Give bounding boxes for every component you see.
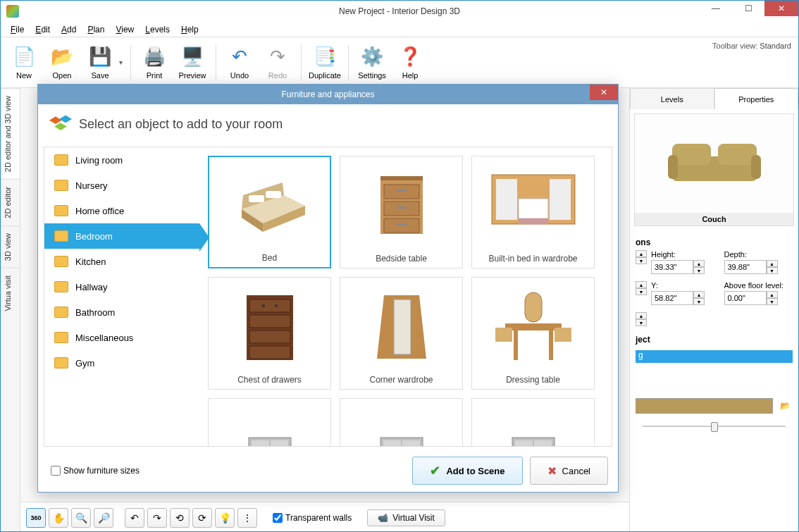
spinner[interactable]: ▲▼ — [767, 291, 778, 305]
category-bedroom[interactable]: Bedroom — [44, 223, 199, 249]
close-button[interactable]: ✕ — [764, 1, 798, 16]
svg-rect-37 — [505, 323, 562, 330]
svg-rect-41 — [495, 328, 512, 342]
category-nursery[interactable]: Nursery — [44, 173, 199, 198]
category-bathroom[interactable]: Bathroom — [44, 299, 199, 325]
print-icon: 🖨️ — [143, 46, 166, 68]
svg-marker-6 — [59, 116, 72, 123]
svg-rect-12 — [249, 195, 264, 202]
y-input[interactable] — [651, 291, 693, 305]
save-button[interactable]: 💾Save — [81, 40, 119, 85]
svg-rect-49 — [515, 440, 533, 446]
help-button[interactable]: ❓Help — [391, 40, 429, 85]
light-button[interactable]: 💡 — [215, 508, 235, 528]
furniture-item-dressing-table[interactable]: Dressing table — [471, 277, 595, 390]
tab-2d[interactable]: 2D editor — [1, 179, 20, 225]
above-label: Above floor level: — [724, 281, 793, 290]
height-input[interactable] — [651, 260, 693, 274]
furniture-item-chest-of-drawers[interactable]: Chest of drawers — [208, 277, 331, 390]
slider-thumb[interactable] — [711, 422, 718, 432]
dialog-titlebar: Furniture and appliances ✕ — [38, 85, 618, 104]
settings-button[interactable]: ⚙️Settings — [353, 40, 391, 85]
tab-properties[interactable]: Properties — [714, 88, 799, 109]
preview-name: Couch — [635, 213, 793, 225]
spinner[interactable]: ▲▼ — [636, 312, 647, 326]
above-input[interactable] — [724, 291, 767, 305]
preview-button[interactable]: 🖥️Preview — [173, 40, 211, 85]
menu-add[interactable]: Add — [56, 23, 82, 36]
svg-rect-4 — [751, 155, 761, 179]
object-select-row[interactable]: g — [636, 350, 793, 363]
spinner[interactable]: ▲▼ — [767, 260, 778, 274]
spinner[interactable]: ▲▼ — [636, 250, 647, 274]
cabinet2-icon — [345, 403, 458, 446]
scale-slider[interactable] — [643, 421, 786, 432]
more-button[interactable]: ⋮ — [237, 508, 257, 528]
spinner[interactable]: ▲▼ — [693, 291, 705, 305]
menu-help[interactable]: Help — [175, 23, 204, 36]
orbit-right-button[interactable]: ⟳ — [192, 508, 212, 528]
furniture-item-corner-wardrobe[interactable]: Corner wardrobe — [340, 277, 463, 390]
svg-rect-20 — [397, 206, 407, 209]
rotate-left-button[interactable]: ↶ — [125, 508, 144, 528]
add-to-scene-button[interactable]: ✔ Add to Scene — [412, 457, 522, 485]
material-swatch[interactable] — [636, 398, 773, 414]
menu-edit[interactable]: Edit — [30, 23, 56, 36]
svg-rect-29 — [249, 315, 290, 328]
furniture-item-bedside-table[interactable]: Bedside table — [340, 156, 463, 268]
maximize-button[interactable]: ☐ — [732, 1, 764, 16]
category-hallway[interactable]: Hallway — [44, 274, 199, 299]
open-button[interactable]: 📂Open — [43, 40, 81, 85]
furniture-item-built-in-bed-in-wardrobe[interactable]: Built-in bed in wardrobe — [471, 156, 595, 268]
cancel-button[interactable]: ✖ Cancel — [530, 457, 608, 485]
virtual-visit-button[interactable]: 📹Virtual Visit — [367, 509, 445, 526]
toolbar-view-link[interactable]: Standard — [760, 42, 791, 50]
undo-button[interactable]: ↶Undo — [221, 40, 259, 85]
category-miscellaneous[interactable]: Miscellaneous — [44, 325, 199, 350]
spinner[interactable]: ▲▼ — [636, 281, 647, 305]
redo-button[interactable]: ↷Redo — [259, 40, 297, 85]
minimize-button[interactable]: — — [700, 1, 732, 16]
toolbar-separator — [130, 45, 131, 80]
toolbar-separator — [301, 45, 302, 80]
menu-view[interactable]: View — [110, 23, 140, 36]
save-dropdown[interactable]: ▾ — [119, 58, 126, 66]
duplicate-button[interactable]: 📑Duplicate — [306, 40, 344, 85]
furniture-item-cabinet1[interactable] — [208, 398, 331, 446]
item-grid[interactable]: BedBedside tableBuilt-in bed in wardrobe… — [199, 147, 612, 446]
category-gym[interactable]: Gym — [44, 350, 199, 376]
window-controls: — ☐ ✕ — [700, 1, 798, 16]
show-sizes-checkbox[interactable]: Show furniture sizes — [51, 466, 140, 476]
tab-2d-3d[interactable]: 2D editor and 3D view — [1, 88, 20, 179]
category-home-office[interactable]: Home office — [44, 198, 199, 223]
menu-file[interactable]: File — [5, 23, 30, 36]
new-button[interactable]: 📄New — [5, 40, 43, 85]
zoom-out-button[interactable]: 🔍 — [71, 508, 91, 528]
svg-rect-19 — [397, 190, 407, 192]
tab-levels[interactable]: Levels — [630, 88, 714, 109]
folder-icon — [54, 154, 68, 166]
spinner[interactable]: ▲▼ — [693, 260, 705, 274]
rotate-right-button[interactable]: ↷ — [147, 508, 167, 528]
category-kitchen[interactable]: Kitchen — [44, 249, 199, 274]
browse-material-button[interactable]: 📂 — [777, 400, 793, 412]
print-button[interactable]: 🖨️Print — [135, 40, 173, 85]
transparent-walls-checkbox[interactable]: Transparent walls — [273, 513, 352, 523]
dimensions-section: ons ▲▼ Height: ▲▼ Depth: ▲▼ ▲▼ Y: ▲▼ — [630, 230, 798, 438]
furniture-item-cabinet2[interactable] — [340, 398, 463, 446]
depth-input[interactable] — [724, 260, 767, 274]
svg-rect-26 — [519, 218, 548, 224]
category-living-room[interactable]: Living room — [44, 147, 199, 173]
tab-visit[interactable]: Virtua visit — [1, 268, 20, 318]
view-360-button[interactable]: 360 — [26, 508, 46, 528]
menu-plan[interactable]: Plan — [82, 23, 110, 36]
zoom-in-button[interactable]: 🔎 — [94, 508, 113, 528]
furniture-item-cabinet3[interactable] — [471, 398, 595, 446]
furniture-item-bed[interactable]: Bed — [208, 156, 331, 268]
menu-levels[interactable]: Levels — [140, 23, 175, 36]
dialog-close-button[interactable]: ✕ — [590, 85, 618, 100]
tab-3d[interactable]: 3D view — [1, 225, 20, 268]
zoom-out-icon: 🔍 — [75, 512, 87, 524]
orbit-left-button[interactable]: ⟲ — [170, 508, 190, 528]
pan-button[interactable]: ✋ — [49, 508, 68, 528]
